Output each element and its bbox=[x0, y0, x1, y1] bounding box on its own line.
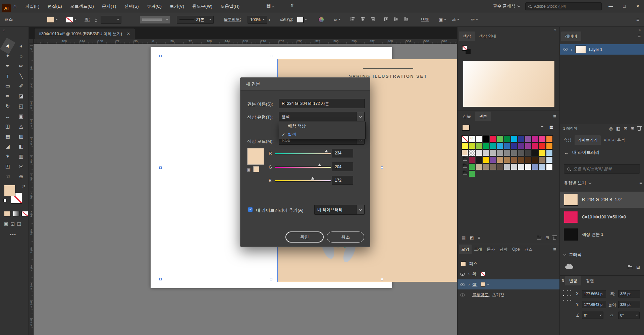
swatch[interactable] bbox=[511, 149, 518, 156]
color-type-select[interactable]: 별색 bbox=[279, 112, 365, 121]
workspace-switcher[interactable]: 필수 클래식 bbox=[493, 0, 520, 12]
color-themes-icon[interactable]: ◩ bbox=[470, 235, 474, 240]
zoom-tool[interactable]: ⊕ bbox=[14, 172, 28, 182]
fill-visibility-icon[interactable] bbox=[460, 283, 465, 286]
swatch[interactable] bbox=[497, 142, 503, 149]
swatch[interactable] bbox=[476, 142, 482, 149]
current-swatch[interactable] bbox=[462, 125, 470, 131]
tab-panel-5[interactable]: 패스 bbox=[522, 245, 535, 254]
color-mode-button[interactable] bbox=[4, 211, 11, 216]
align-middle-icon[interactable] bbox=[394, 17, 399, 22]
draw-behind-icon[interactable]: ◲ bbox=[10, 221, 14, 226]
eyedropper-tool[interactable]: ◢ bbox=[1, 141, 14, 151]
swatch[interactable] bbox=[518, 142, 525, 149]
rotate-tool[interactable]: ↻ bbox=[1, 101, 14, 111]
selection-handle[interactable] bbox=[381, 278, 383, 280]
line-segment-tool[interactable]: ╲ bbox=[14, 71, 28, 81]
channel-slider-thumb[interactable] bbox=[311, 177, 314, 180]
stroke-weight-select[interactable] bbox=[101, 12, 121, 27]
menu-help[interactable]: 도움말(H) bbox=[216, 0, 244, 12]
stroke-style-select[interactable]: 기본 bbox=[177, 12, 214, 27]
channel-slider-thumb[interactable] bbox=[325, 150, 328, 152]
vertical-ruler[interactable]: 0367210814418021625228832436039643246850… bbox=[29, 44, 34, 335]
fill-proxy[interactable] bbox=[4, 185, 15, 196]
swatch[interactable] bbox=[511, 142, 518, 149]
swatch[interactable] bbox=[546, 156, 553, 163]
free-transform-tool[interactable]: ▣ bbox=[14, 111, 28, 121]
paintbrush-tool[interactable]: ✐ bbox=[14, 81, 28, 91]
opacity-visibility-icon[interactable] bbox=[460, 293, 465, 296]
library-folder-icon[interactable] bbox=[628, 266, 632, 269]
swatch[interactable] bbox=[490, 149, 496, 156]
swatch-name-input[interactable]: R=234 G=204 B=172 사본 bbox=[279, 99, 365, 108]
perspective-grid-tool[interactable]: ◬ bbox=[14, 121, 28, 131]
pencil-options-icon[interactable]: ✏ bbox=[471, 12, 478, 27]
workspace-layout-icon[interactable]: ▦ bbox=[266, 3, 273, 8]
swatch[interactable] bbox=[469, 156, 475, 163]
library-item[interactable]: C=10 M=100 Y=50 K=0 bbox=[560, 209, 644, 225]
swatch[interactable] bbox=[525, 163, 532, 170]
view-by-select[interactable]: 유형별 보기 bbox=[564, 180, 591, 186]
swatch[interactable] bbox=[497, 163, 503, 170]
swatch[interactable] bbox=[469, 142, 475, 149]
menu-view[interactable]: 보기(V) bbox=[166, 0, 188, 12]
color-spectrum-preview[interactable] bbox=[463, 60, 555, 107]
opacity-more-icon[interactable]: › bbox=[269, 17, 270, 22]
swatch[interactable] bbox=[497, 156, 503, 163]
symbol-sprayer-tool[interactable]: ✶ bbox=[1, 151, 14, 161]
column-graph-tool[interactable]: ▥ bbox=[14, 151, 28, 161]
horizontal-ruler[interactable]: 1801441087236036721081441802162522883243… bbox=[34, 39, 457, 44]
height-input[interactable]: 325 pt bbox=[618, 301, 640, 308]
swatch-pattern[interactable] bbox=[469, 149, 475, 156]
swatch[interactable] bbox=[518, 156, 525, 163]
swatch[interactable] bbox=[497, 149, 503, 156]
selection-handle[interactable] bbox=[270, 55, 272, 57]
tab-layers[interactable]: 레이어 bbox=[561, 31, 581, 41]
selection-handle[interactable] bbox=[159, 278, 162, 280]
swatch[interactable] bbox=[525, 142, 532, 149]
tab-panel-1[interactable]: 그래 bbox=[472, 245, 484, 254]
minimize-button[interactable]: — bbox=[604, 0, 617, 12]
stroke-color-picker[interactable] bbox=[66, 12, 76, 27]
swatch[interactable] bbox=[476, 135, 482, 142]
swatch[interactable] bbox=[532, 156, 539, 163]
tab-align[interactable]: 정렬 bbox=[582, 276, 598, 285]
swatch[interactable] bbox=[497, 135, 503, 142]
share-icon[interactable]: ⇧ bbox=[290, 3, 294, 8]
menu-type[interactable]: 문자(T) bbox=[98, 0, 120, 12]
swatch[interactable] bbox=[546, 163, 553, 170]
selection-handle[interactable] bbox=[270, 278, 272, 280]
rotate-select[interactable]: 0° bbox=[582, 312, 603, 319]
eraser-tool[interactable]: ◪ bbox=[14, 91, 28, 101]
swap-fill-stroke-icon[interactable]: ⇄ bbox=[22, 184, 25, 189]
channel-slider[interactable] bbox=[275, 153, 331, 154]
fill-stroke-indicator[interactable]: ⇄ bbox=[3, 184, 25, 206]
library-view-options-icon[interactable]: ≡ bbox=[639, 180, 642, 185]
pen-tool[interactable]: ✒ bbox=[1, 61, 14, 71]
swatch[interactable] bbox=[539, 149, 546, 156]
swatch[interactable] bbox=[511, 163, 518, 170]
menu-file[interactable]: 파일(F) bbox=[21, 0, 44, 12]
arrange-icon[interactable]: ▣ bbox=[439, 12, 446, 27]
quick-actions-icon[interactable]: ⇄ bbox=[452, 12, 459, 27]
selection-handle[interactable] bbox=[159, 55, 162, 57]
appearance-panel-menu-icon[interactable]: ≡ bbox=[553, 246, 556, 252]
tab-transform[interactable]: 변형 bbox=[565, 276, 581, 285]
swatch[interactable] bbox=[525, 149, 532, 156]
align-left-icon[interactable] bbox=[350, 17, 355, 22]
make-mask-icon[interactable]: ◧ bbox=[616, 126, 620, 131]
grid-view-icon[interactable]: ▦ bbox=[549, 125, 553, 130]
swatch[interactable] bbox=[546, 149, 553, 156]
swatch[interactable] bbox=[504, 156, 511, 163]
transform-link[interactable]: 변형 bbox=[421, 12, 429, 27]
swatch[interactable] bbox=[504, 142, 511, 149]
artboard-tool[interactable]: ◳ bbox=[1, 161, 14, 172]
swatch[interactable] bbox=[532, 149, 539, 156]
stroke-weight-label[interactable]: 획: bbox=[85, 12, 90, 27]
tab-symbols[interactable]: 심볼 bbox=[459, 112, 475, 121]
channel-value-input[interactable]: 172 bbox=[332, 176, 353, 185]
align-bottom-icon[interactable] bbox=[404, 17, 409, 22]
swatch[interactable] bbox=[469, 163, 475, 170]
swatch[interactable] bbox=[504, 135, 511, 142]
color-type-option[interactable]: 배합 색상 bbox=[279, 122, 365, 130]
